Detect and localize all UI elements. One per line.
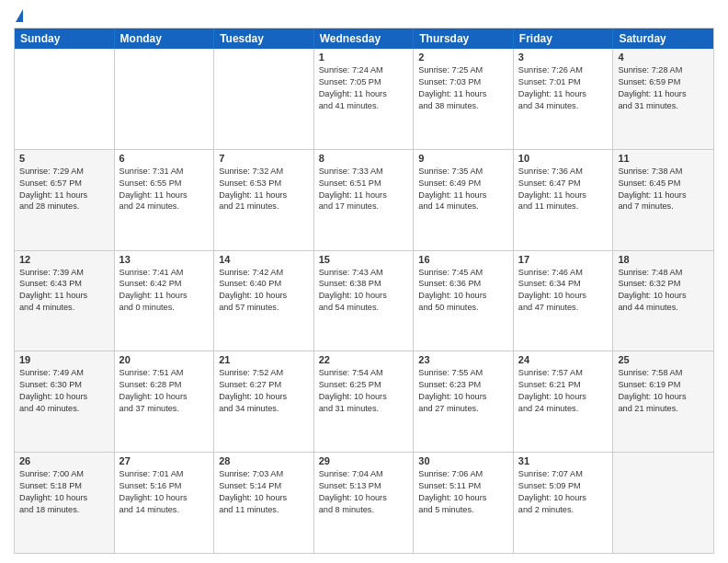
- day-number: 31: [518, 455, 609, 466]
- cell-line: Sunrise: 7:03 AM: [219, 468, 309, 480]
- cell-line: Daylight: 11 hours: [19, 290, 109, 302]
- cell-line: Sunrise: 7:48 AM: [618, 267, 709, 279]
- cell-line: Daylight: 11 hours: [518, 190, 609, 201]
- cell-line: Daylight: 11 hours: [319, 88, 409, 100]
- cell-line: and 38 minutes.: [418, 100, 508, 112]
- cell-line: Sunrise: 7:25 AM: [418, 64, 508, 76]
- cell-line: Daylight: 10 hours: [319, 492, 409, 504]
- cell-line: Sunset: 6:45 PM: [618, 178, 709, 190]
- cell-line: Sunrise: 7:28 AM: [618, 64, 709, 76]
- day-number: 4: [618, 52, 709, 63]
- cell-line: Daylight: 11 hours: [19, 190, 109, 201]
- day-cell-7: 7Sunrise: 7:32 AMSunset: 6:53 PMDaylight…: [214, 150, 314, 250]
- day-number: 15: [319, 254, 409, 265]
- cell-line: Sunset: 6:53 PM: [219, 178, 309, 190]
- header-day-thursday: Thursday: [414, 29, 514, 49]
- cell-line: and 57 minutes.: [219, 302, 309, 314]
- day-number: 27: [119, 455, 210, 466]
- cell-line: Sunrise: 7:00 AM: [19, 468, 109, 480]
- day-cell-16: 16Sunrise: 7:45 AMSunset: 6:36 PMDayligh…: [414, 251, 514, 351]
- day-number: 19: [19, 354, 109, 365]
- day-number: 5: [19, 153, 109, 164]
- day-cell-8: 8Sunrise: 7:33 AMSunset: 6:51 PMDaylight…: [314, 150, 415, 250]
- cell-line: and 28 minutes.: [19, 201, 109, 213]
- day-cell-9: 9Sunrise: 7:35 AMSunset: 6:49 PMDaylight…: [414, 150, 514, 250]
- cell-line: and 5 minutes.: [418, 504, 508, 516]
- day-cell-18: 18Sunrise: 7:48 AMSunset: 6:32 PMDayligh…: [613, 251, 713, 351]
- day-number: 7: [219, 153, 309, 164]
- cell-line: Sunset: 5:13 PM: [319, 480, 409, 492]
- cell-line: Daylight: 11 hours: [319, 190, 409, 201]
- cell-line: and 21 minutes.: [219, 201, 309, 213]
- cell-line: Daylight: 10 hours: [418, 290, 508, 302]
- day-cell-14: 14Sunrise: 7:42 AMSunset: 6:40 PMDayligh…: [214, 251, 314, 351]
- cell-line: Daylight: 11 hours: [119, 290, 210, 302]
- day-number: 21: [219, 354, 309, 365]
- cell-line: and 14 minutes.: [418, 201, 508, 213]
- header-day-sunday: Sunday: [15, 29, 115, 49]
- cell-line: Sunset: 6:38 PM: [319, 278, 409, 290]
- calendar-row-1: 5Sunrise: 7:29 AMSunset: 6:57 PMDaylight…: [15, 149, 713, 250]
- cell-line: Sunset: 6:40 PM: [219, 278, 309, 290]
- cell-line: Sunrise: 7:52 AM: [219, 367, 309, 379]
- cell-line: Sunrise: 7:49 AM: [19, 367, 109, 379]
- empty-cell-4-6: [613, 453, 713, 553]
- cell-line: Sunrise: 7:46 AM: [518, 267, 609, 279]
- cell-line: Sunrise: 7:24 AM: [319, 64, 409, 76]
- cell-line: Sunrise: 7:32 AM: [219, 166, 309, 178]
- cell-line: Sunset: 6:32 PM: [618, 278, 709, 290]
- cell-line: and 21 minutes.: [618, 403, 709, 415]
- empty-cell-0-0: [15, 49, 115, 149]
- cell-line: Sunset: 6:43 PM: [19, 278, 109, 290]
- cell-line: Sunrise: 7:31 AM: [119, 166, 210, 178]
- cell-line: Sunset: 5:09 PM: [518, 480, 609, 492]
- cell-line: Daylight: 10 hours: [19, 492, 109, 504]
- day-number: 14: [219, 254, 309, 265]
- cell-line: Daylight: 10 hours: [119, 391, 210, 403]
- header-day-tuesday: Tuesday: [214, 29, 314, 49]
- cell-line: Daylight: 11 hours: [219, 190, 309, 201]
- cell-line: Daylight: 10 hours: [418, 492, 508, 504]
- cell-line: Sunset: 6:27 PM: [219, 379, 309, 391]
- cell-line: Sunset: 5:11 PM: [418, 480, 508, 492]
- calendar: SundayMondayTuesdayWednesdayThursdayFrid…: [14, 28, 714, 554]
- day-cell-21: 21Sunrise: 7:52 AMSunset: 6:27 PMDayligh…: [214, 351, 314, 452]
- cell-line: and 54 minutes.: [319, 302, 409, 314]
- cell-line: Sunset: 6:36 PM: [418, 278, 508, 290]
- day-cell-13: 13Sunrise: 7:41 AMSunset: 6:42 PMDayligh…: [115, 251, 215, 351]
- calendar-row-4: 26Sunrise: 7:00 AMSunset: 5:18 PMDayligh…: [15, 452, 713, 553]
- cell-line: Sunrise: 7:51 AM: [119, 367, 210, 379]
- cell-line: Sunset: 5:14 PM: [219, 480, 309, 492]
- cell-line: and 44 minutes.: [618, 302, 709, 314]
- day-number: 3: [518, 52, 609, 63]
- cell-line: Sunset: 7:05 PM: [319, 76, 409, 88]
- day-number: 17: [518, 254, 609, 265]
- cell-line: Sunset: 6:28 PM: [119, 379, 210, 391]
- cell-line: Sunset: 6:19 PM: [618, 379, 709, 391]
- logo: [14, 9, 23, 22]
- cell-line: Daylight: 11 hours: [418, 88, 508, 100]
- day-number: 24: [518, 354, 609, 365]
- cell-line: and 34 minutes.: [219, 403, 309, 415]
- cell-line: Daylight: 10 hours: [319, 391, 409, 403]
- cell-line: Sunrise: 7:41 AM: [119, 267, 210, 279]
- calendar-header: SundayMondayTuesdayWednesdayThursdayFrid…: [15, 29, 713, 49]
- cell-line: Daylight: 10 hours: [219, 391, 309, 403]
- cell-line: Sunset: 6:23 PM: [418, 379, 508, 391]
- header-day-wednesday: Wednesday: [314, 29, 415, 49]
- cell-line: Daylight: 11 hours: [618, 190, 709, 201]
- day-number: 16: [418, 254, 508, 265]
- cell-line: and 8 minutes.: [319, 504, 409, 516]
- cell-line: Daylight: 10 hours: [219, 290, 309, 302]
- cell-line: and 34 minutes.: [518, 100, 609, 112]
- day-number: 10: [518, 153, 609, 164]
- day-cell-6: 6Sunrise: 7:31 AMSunset: 6:55 PMDaylight…: [115, 150, 215, 250]
- cell-line: and 4 minutes.: [19, 302, 109, 314]
- cell-line: and 17 minutes.: [319, 201, 409, 213]
- cell-line: Sunrise: 7:54 AM: [319, 367, 409, 379]
- cell-line: and 31 minutes.: [618, 100, 709, 112]
- cell-line: Sunrise: 7:33 AM: [319, 166, 409, 178]
- cell-line: and 27 minutes.: [418, 403, 508, 415]
- calendar-body: 1Sunrise: 7:24 AMSunset: 7:05 PMDaylight…: [15, 49, 713, 553]
- day-cell-30: 30Sunrise: 7:06 AMSunset: 5:11 PMDayligh…: [414, 453, 514, 553]
